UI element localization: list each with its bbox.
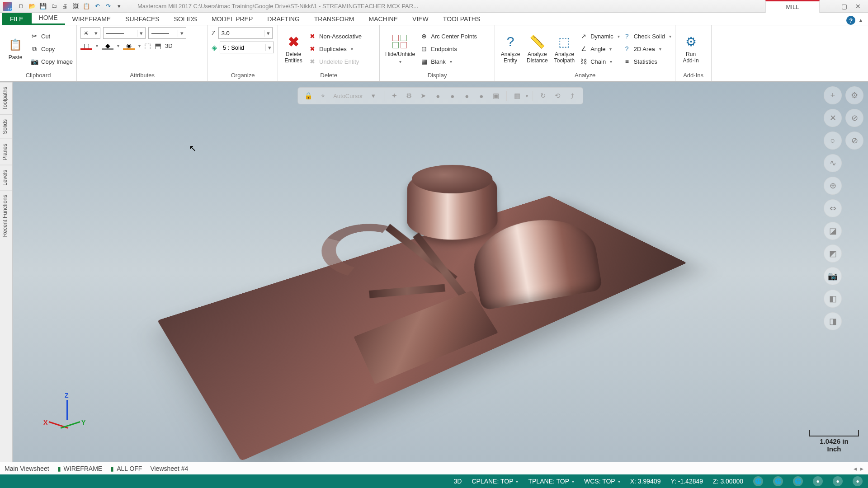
analyze-entity-button[interactable]: ?Analyze Entity — [499, 32, 522, 66]
context-tab-mill[interactable]: MILL — [765, 0, 820, 13]
z-value-input[interactable]: 3.0▾ — [218, 27, 273, 39]
line-style-combo[interactable]: ———▾ — [103, 27, 146, 39]
gear-settings-icon[interactable]: ⚙ — [403, 90, 415, 102]
cross-icon[interactable]: ✕ — [824, 109, 842, 127]
color-picker[interactable]: ▢ — [80, 42, 92, 50]
action1-icon[interactable]: ↻ — [538, 90, 549, 102]
sphere3-icon[interactable]: ● — [461, 90, 473, 102]
tab-transform[interactable]: TRANSFORM — [307, 13, 362, 25]
collapse-ribbon-icon[interactable]: ▲ — [858, 17, 863, 23]
area-button[interactable]: ?2D Area▾ — [623, 43, 671, 55]
copy-button[interactable]: ⧉Copy — [30, 43, 73, 55]
status-wcs[interactable]: WCS: TOP — [584, 478, 620, 485]
sphere2-icon[interactable]: ● — [447, 90, 458, 102]
select-tool-icon[interactable]: ✦ — [389, 90, 401, 102]
material-picker[interactable]: ◆ — [102, 42, 113, 50]
vs-next-icon[interactable]: ▸ — [860, 465, 863, 472]
box-select-icon[interactable]: ▣ — [490, 90, 502, 102]
viewsheet-alloff[interactable]: ▮ALL OFF — [110, 465, 142, 472]
curve-icon[interactable]: ∿ — [824, 154, 842, 172]
status-dot1-icon[interactable]: ● — [813, 476, 823, 486]
qat-open-icon[interactable]: 📂 — [27, 1, 37, 11]
chain-button[interactable]: ⛓Chain▾ — [579, 56, 620, 67]
arc-center-button[interactable]: ⊕Arc Center Points — [420, 30, 477, 42]
side-tab-planes[interactable]: Planes — [0, 139, 12, 165]
camera-view-icon[interactable]: 📷 — [824, 267, 842, 285]
maximize-icon[interactable]: ▢ — [841, 3, 847, 10]
status-globe3-icon[interactable]: 🌐 — [793, 476, 803, 486]
plane1-icon[interactable]: ◪ — [824, 222, 842, 240]
file-tab[interactable]: FILE — [2, 13, 32, 25]
arrow-icon[interactable]: ➤ — [418, 90, 429, 102]
tab-home[interactable]: HOME — [32, 12, 65, 25]
status-tplane[interactable]: TPLANE: TOP — [528, 478, 574, 485]
dynamic-button[interactable]: ↗Dynamic▾ — [579, 30, 620, 42]
paste-button[interactable]: 📋 Paste — [4, 35, 27, 63]
check-solid-button[interactable]: ?Check Solid▾ — [623, 30, 671, 42]
target-icon[interactable]: ⊕ — [824, 177, 842, 195]
duplicates-button[interactable]: ✖Duplicates▾ — [308, 43, 362, 55]
tab-view[interactable]: VIEW — [405, 13, 436, 25]
close-icon[interactable]: ✕ — [855, 3, 861, 10]
status-globe2-icon[interactable]: 🌐 — [773, 476, 783, 486]
action3-icon[interactable]: ⤴ — [566, 90, 578, 102]
help-icon[interactable]: ? — [846, 16, 855, 25]
viewsheet-wireframe[interactable]: ▮WIREFRAME — [57, 465, 103, 472]
point-style-combo[interactable]: ✳▾ — [80, 27, 100, 39]
qat-saveas-icon[interactable]: 🗂 — [49, 1, 59, 11]
status-dot2-icon[interactable]: ● — [833, 476, 843, 486]
cube2-icon[interactable]: ◨ — [824, 312, 842, 330]
status-dot3-icon[interactable]: ● — [853, 476, 863, 486]
copy-image-button[interactable]: 📷Copy Image — [30, 56, 73, 67]
cancel-icon[interactable]: ⊘ — [845, 109, 863, 127]
qat-printpreview-icon[interactable]: 🖼 — [71, 1, 80, 11]
minimize-icon[interactable]: — — [827, 3, 833, 10]
gear-view-icon[interactable]: ⚙ — [845, 86, 863, 104]
analyze-toolpath-button[interactable]: ⬚Analyze Toolpath — [552, 32, 576, 66]
hide-unhide-button[interactable]: Hide/Unhide ▾ — [383, 32, 417, 66]
circle-icon[interactable]: ○ — [824, 131, 842, 150]
cursor-target-icon[interactable]: ⌖ — [317, 90, 329, 102]
side-tab-recent[interactable]: Recent Functions — [0, 190, 12, 241]
arrows-icon[interactable]: ⇔ — [824, 199, 842, 217]
side-tab-solids[interactable]: Solids — [0, 114, 12, 139]
statistics-button[interactable]: ≡Statistics — [623, 56, 671, 67]
viewport-3d[interactable]: 🔒 ⌖ AutoCursor ▾ ✦ ⚙ ➤ ● ● ● ● ▣ ▦ ▾ ↻ ⟲… — [13, 82, 868, 462]
cube1-icon[interactable]: ◧ — [824, 290, 842, 308]
blank-button[interactable]: ▦Blank▾ — [420, 56, 477, 67]
qat-folder-icon[interactable]: 📋 — [81, 1, 91, 11]
threeD-toggle[interactable]: 3D — [165, 42, 173, 49]
qat-undo-icon[interactable]: ↶ — [92, 1, 102, 11]
tab-drafting[interactable]: DRAFTING — [260, 13, 307, 25]
viewsheet-main[interactable]: Main Viewsheet — [5, 465, 49, 472]
chevron-down-icon[interactable]: ▾ — [368, 90, 379, 102]
endpoints-button[interactable]: ⊡Endpoints — [420, 43, 477, 55]
tab-wireframe[interactable]: WIREFRAME — [65, 13, 118, 25]
sphere1-icon[interactable]: ● — [432, 90, 444, 102]
tab-toolpaths[interactable]: TOOLPATHS — [436, 13, 487, 25]
angle-button[interactable]: ∠Angle▾ — [579, 43, 620, 55]
qat-redo-icon[interactable]: ↷ — [103, 1, 113, 11]
attributes-icon1[interactable]: ⬚ — [144, 42, 151, 50]
qat-customize-icon[interactable]: ▾ — [114, 1, 124, 11]
sphere4-icon[interactable]: ● — [476, 90, 487, 102]
denied-icon[interactable]: ⊘ — [845, 131, 863, 150]
qat-print-icon[interactable]: 🖨 — [60, 1, 70, 11]
tab-model-prep[interactable]: MODEL PREP — [204, 13, 260, 25]
side-tab-levels[interactable]: Levels — [0, 165, 12, 190]
status-mode[interactable]: 3D — [453, 478, 462, 485]
run-addin-button[interactable]: ⚙ Run Add-In — [679, 32, 703, 66]
line-width-combo[interactable]: ———▾ — [148, 27, 186, 39]
action2-icon[interactable]: ⟲ — [552, 90, 564, 102]
attributes-icon2[interactable]: ⬒ — [155, 42, 161, 50]
status-globe1-icon[interactable]: 🌐 — [753, 476, 763, 486]
status-cplane[interactable]: CPLANE: TOP — [472, 478, 518, 485]
level-combo[interactable]: 5 : Solid▾ — [220, 42, 274, 53]
cut-button[interactable]: ✂Cut — [30, 30, 73, 42]
qat-save-icon[interactable]: 💾 — [38, 1, 48, 11]
non-associative-button[interactable]: ✖Non-Associative — [308, 30, 362, 42]
vs-prev-icon[interactable]: ◂ — [854, 465, 857, 472]
grid-icon[interactable]: ▦ — [511, 90, 523, 102]
shading-picker[interactable]: ◉ — [123, 42, 135, 50]
tab-surfaces[interactable]: SURFACES — [118, 13, 166, 25]
